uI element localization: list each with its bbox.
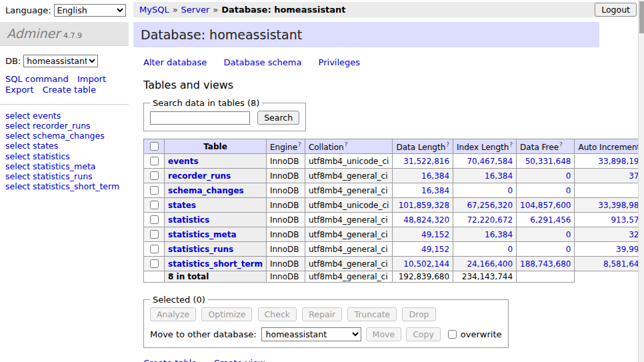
sql-command-link[interactable]: SQL command (5, 74, 69, 84)
row-checkbox[interactable] (150, 259, 159, 268)
optimize-button[interactable]: Optimize (201, 307, 252, 321)
data-length-link[interactable]: 31,522,816 (403, 157, 449, 166)
index-length-link[interactable]: 70,467,584 (467, 157, 513, 166)
data-free-link[interactable]: 188,743,680 (520, 259, 571, 269)
move-button[interactable]: Move (366, 327, 402, 341)
totals-data-length-cell: 192,839,680 (393, 271, 453, 283)
help-link[interactable]: ? (345, 141, 348, 148)
drop-button[interactable]: Drop (402, 307, 435, 321)
data-free-link[interactable]: 6,291,456 (530, 215, 571, 225)
data-length-link[interactable]: 16,384 (421, 171, 449, 181)
create-view-link[interactable]: Create view (213, 358, 265, 362)
data-free-link[interactable]: 104,857,600 (520, 201, 571, 210)
create-table-link-sidebar[interactable]: Create table (43, 85, 96, 95)
data-length-link[interactable]: 49,152 (421, 230, 449, 239)
auto-increment-link[interactable]: 378 (629, 171, 638, 181)
overwrite-checkbox[interactable] (448, 330, 457, 339)
help-link[interactable]: ? (559, 141, 563, 148)
search-button[interactable]: Search (257, 111, 299, 125)
sidebar-table-link[interactable]: select states (5, 141, 123, 151)
data-free-link[interactable]: 50,331,648 (525, 157, 571, 166)
breadcrumb-separator: » (173, 5, 178, 15)
copy-button[interactable]: Copy (406, 327, 441, 341)
sidebar-table-link[interactable]: select statistics_short_term (5, 181, 123, 191)
auto-increment-link[interactable]: 33,898,196 (598, 157, 638, 166)
data-free-link[interactable]: 0 (566, 171, 571, 181)
search-input[interactable] (150, 111, 250, 125)
row-checkbox[interactable] (150, 186, 159, 195)
table-name-link[interactable]: statistics_meta (168, 230, 237, 239)
language-label: Language: (5, 5, 51, 15)
index-length-link[interactable]: 0 (507, 245, 513, 254)
truncate-button[interactable]: Truncate (347, 307, 397, 321)
sidebar-table-link[interactable]: select schema_changes (5, 131, 123, 141)
table-name-link[interactable]: statistics_short_term (168, 259, 263, 269)
analyze-button[interactable]: Analyze (150, 307, 196, 321)
table-name-link[interactable]: schema_changes (168, 186, 244, 195)
data-length-link[interactable]: 49,152 (421, 245, 449, 254)
table-row: statistics_short_termInnoDButf8mb4_gener… (144, 257, 639, 271)
scrollbar-thumb[interactable] (639, 1, 644, 33)
index-length-link[interactable]: 24,166,400 (467, 259, 513, 269)
table-name-link[interactable]: recorder_runs (168, 171, 231, 181)
row-checkbox[interactable] (150, 171, 159, 180)
data-free-cell: 0 (517, 242, 575, 257)
auto-increment-link[interactable]: 39,999 (616, 245, 638, 254)
import-link[interactable]: Import (77, 74, 106, 84)
row-checkbox[interactable] (150, 245, 159, 253)
totals-data-free-cell (517, 271, 575, 283)
sidebar-table-link[interactable]: select statistics_meta (5, 161, 123, 171)
auto-increment-link[interactable]: 913,577 (611, 215, 638, 225)
breadcrumb-mysql-link[interactable]: MySQL (139, 5, 169, 15)
alter-database-link[interactable]: Alter database (143, 57, 207, 67)
data-length-link[interactable]: 16,384 (421, 186, 449, 195)
scrollbar[interactable] (638, 0, 644, 362)
row-select-cell (144, 154, 165, 169)
language-select[interactable]: English (54, 4, 126, 17)
sidebar-table-link[interactable]: select statistics_runs (5, 171, 123, 181)
data-length-link[interactable]: 10,502,144 (403, 259, 449, 269)
index-length-link[interactable]: 0 (507, 186, 513, 195)
db-select[interactable]: homeassistant (23, 55, 98, 67)
logout-button[interactable]: Logout (595, 3, 637, 17)
database-schema-link[interactable]: Database schema (224, 57, 302, 67)
table-name-link[interactable]: events (168, 157, 199, 166)
export-link[interactable]: Export (5, 85, 34, 95)
row-checkbox[interactable] (150, 215, 159, 224)
row-checkbox[interactable] (150, 201, 159, 209)
sidebar-table-link[interactable]: select statistics (5, 151, 123, 161)
auto-increment-link[interactable]: 8,581,645 (603, 259, 638, 269)
collation-cell: utf8mb4_unicode_ci (305, 154, 393, 169)
table-name-link[interactable]: states (168, 201, 196, 210)
adminer-version[interactable]: 4.7.9 (63, 31, 82, 40)
index-length-link[interactable]: 16,384 (485, 230, 513, 239)
help-link[interactable]: ? (446, 141, 449, 148)
move-db-select[interactable]: homeassistant (261, 327, 361, 341)
repair-button[interactable]: Repair (302, 307, 342, 321)
table-name-link[interactable]: statistics (168, 215, 209, 225)
check-button[interactable]: Check (258, 307, 297, 321)
privileges-link[interactable]: Privileges (319, 57, 361, 67)
data-length-link[interactable]: 48,824,320 (403, 215, 449, 225)
data-length-link[interactable]: 101,859,328 (399, 201, 449, 210)
auto-increment-link[interactable]: 33,398,984 (598, 201, 638, 210)
data-free-cell: 0 (517, 227, 575, 242)
index-length-link[interactable]: 72,220,672 (467, 215, 513, 225)
data-free-link[interactable]: 0 (566, 230, 571, 239)
table-name-link[interactable]: statistics_runs (168, 245, 233, 254)
auto-increment-link[interactable]: 325 (629, 230, 638, 239)
help-link[interactable]: ? (509, 141, 513, 148)
row-checkbox[interactable] (150, 230, 159, 239)
sidebar-table-link[interactable]: select events (5, 111, 123, 121)
index-length-link[interactable]: 67,256,320 (467, 201, 513, 210)
table-row: schema_changesInnoDButf8mb4_general_ci16… (144, 183, 639, 198)
create-table-link[interactable]: Create table (143, 358, 197, 362)
data-free-link[interactable]: 0 (566, 186, 571, 195)
help-link[interactable]: ? (298, 141, 301, 148)
select-all-checkbox[interactable] (150, 142, 159, 151)
data-free-link[interactable]: 0 (566, 245, 571, 254)
row-checkbox[interactable] (150, 157, 159, 165)
index-length-link[interactable]: 16,384 (485, 171, 513, 181)
breadcrumb-server-link[interactable]: Server (181, 5, 210, 15)
sidebar-table-link[interactable]: select recorder_runs (5, 121, 123, 131)
